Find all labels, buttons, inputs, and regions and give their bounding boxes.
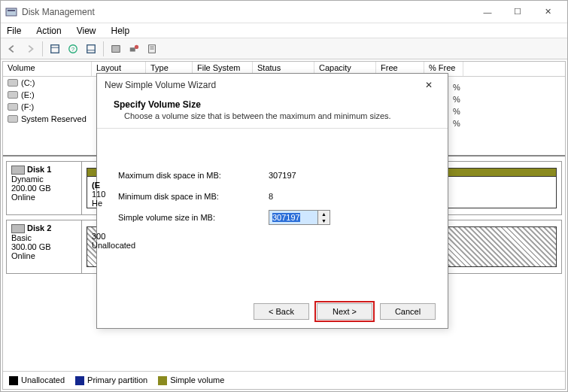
volume-label: (F:) (21, 102, 34, 111)
disk-name: Disk 1 (27, 165, 51, 174)
legend-label: Simple volume (170, 375, 224, 384)
maximize-button[interactable]: ☐ (503, 2, 533, 23)
legend-swatch-primary (75, 376, 84, 385)
volume-size-label: Simple volume size in MB: (118, 213, 269, 222)
disk-name: Disk 2 (27, 223, 51, 232)
volume-label: System Reserved (21, 114, 87, 123)
disk-kind: Dynamic (11, 175, 77, 184)
svg-rect-6 (87, 44, 96, 53)
volume-icon (8, 103, 18, 111)
properties-button[interactable] (144, 41, 160, 57)
partition-size: 300 (92, 232, 551, 241)
dialog-subheading: Choose a volume size that is between the… (124, 111, 431, 120)
legend: Unallocated Primary partition Simple vol… (3, 371, 565, 389)
titlebar: Disk Management — ☐ ✕ (1, 1, 567, 23)
pctfree-peek: %%%% (453, 81, 460, 129)
partition-status: Unallocated (92, 241, 551, 250)
disk-kind: Basic (11, 233, 77, 242)
legend-label: Unallocated (21, 375, 65, 384)
view-bottom-button[interactable] (83, 41, 99, 57)
svg-text:?: ? (71, 45, 75, 52)
next-button[interactable]: Next > (317, 303, 372, 320)
view-top-button[interactable] (47, 41, 63, 57)
back-button[interactable]: < Back (254, 303, 309, 320)
disk-management-window: Disk Management — ☐ ✕ File Action View H… (0, 0, 568, 392)
svg-point-10 (135, 44, 138, 48)
disk-size: 300.00 GB (11, 242, 77, 251)
legend-label: Primary partition (87, 375, 147, 384)
volume-label: (E:) (21, 90, 35, 99)
volume-icon (8, 91, 18, 99)
window-title: Disk Management (22, 7, 472, 17)
max-disk-label: Maximum disk space in MB: (118, 171, 269, 180)
disk-status: Online (11, 251, 77, 260)
minimize-button[interactable]: — (472, 2, 503, 23)
dialog-close-button[interactable]: ✕ (418, 80, 440, 90)
dialog-titlebar: New Simple Volume Wizard ✕ (97, 74, 448, 96)
volume-icon (8, 115, 18, 123)
menubar: File Action View Help (1, 23, 567, 38)
disk-info[interactable]: Disk 2 Basic 300.00 GB Online (7, 220, 82, 273)
volume-size-input[interactable] (269, 211, 317, 224)
dialog-body: Maximum disk space in MB: 307197 Minimum… (97, 129, 448, 295)
svg-rect-0 (6, 8, 17, 16)
dialog-footer: < Back Next > Cancel (97, 295, 448, 328)
svg-rect-1 (8, 10, 15, 11)
disk-size: 200.00 GB (11, 184, 77, 193)
dialog-title: New Simple Volume Wizard (105, 80, 418, 90)
svg-rect-2 (51, 44, 59, 53)
volume-label: (C:) (21, 78, 35, 87)
dialog-heading: Specify Volume Size (114, 99, 431, 110)
partition-status: He (92, 199, 551, 208)
max-disk-value: 307197 (269, 171, 344, 180)
dialog-header: Specify Volume Size Choose a volume size… (97, 96, 448, 129)
forward-button[interactable] (22, 41, 38, 57)
legend-swatch-simple (158, 376, 167, 385)
partition-label: (E (92, 181, 551, 190)
close-button[interactable]: ✕ (533, 2, 563, 23)
menu-action[interactable]: Action (33, 25, 64, 37)
disk-action-button[interactable] (126, 41, 142, 57)
back-button[interactable] (4, 41, 20, 57)
menu-help[interactable]: Help (108, 25, 133, 37)
spin-down-button[interactable]: ▼ (318, 217, 330, 224)
menu-view[interactable]: View (74, 25, 99, 37)
cancel-button[interactable]: Cancel (380, 303, 436, 320)
toolbar: ? (1, 38, 567, 59)
disk-status: Online (11, 193, 77, 202)
settings-button[interactable] (108, 41, 124, 57)
menu-file[interactable]: File (4, 25, 24, 37)
col-volume[interactable]: Volume (3, 62, 92, 76)
help-button[interactable]: ? (65, 41, 81, 57)
volume-icon (8, 79, 18, 87)
disk-icon (11, 166, 25, 175)
legend-swatch-unallocated (9, 376, 18, 385)
volume-size-spinner: ▲ ▼ (269, 210, 330, 225)
svg-rect-9 (130, 47, 135, 51)
partition-size: 110 (92, 190, 551, 199)
disk-info[interactable]: Disk 1 Dynamic 200.00 GB Online (7, 162, 82, 214)
spin-up-button[interactable]: ▲ (318, 211, 330, 217)
disk-icon (11, 224, 25, 233)
disk-mgmt-icon (5, 6, 17, 18)
svg-rect-8 (112, 45, 120, 52)
